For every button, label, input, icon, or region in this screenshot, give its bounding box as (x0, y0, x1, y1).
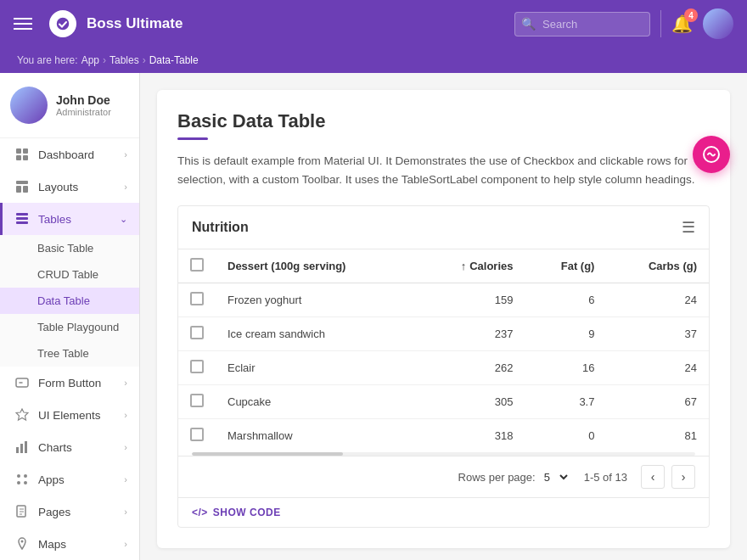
maps-label: Maps (38, 538, 66, 551)
th-fat[interactable]: Fat (g) (525, 249, 607, 283)
ui-elements-chevron: › (124, 410, 127, 420)
th-dessert[interactable]: Dessert (100g serving) (216, 249, 417, 283)
sidebar-item-table-playground[interactable]: Table Playgound (0, 314, 139, 340)
table-header: Nutrition ☰ (178, 206, 709, 249)
user-info: John Doe Administrator (56, 93, 111, 117)
breadcrumb-current: Data-Table (149, 54, 199, 66)
svg-point-18 (24, 481, 27, 484)
th-calories[interactable]: ↑ Calories (417, 249, 525, 283)
sidebar-item-form-button[interactable]: Form Button › (0, 367, 139, 399)
sidebar-item-dashboard[interactable]: Dashboard › (0, 138, 139, 171)
row-checkbox-2[interactable] (190, 360, 204, 373)
svg-rect-2 (23, 148, 28, 154)
row-checkbox-4[interactable] (190, 428, 204, 441)
row-fat-1: 9 (525, 317, 607, 351)
code-icon: </> (192, 507, 208, 518)
svg-rect-3 (16, 155, 21, 160)
breadcrumb-tables[interactable]: Tables (110, 54, 139, 66)
dashboard-icon (14, 147, 30, 162)
table-row[interactable]: Marshmallow 318 0 81 (178, 419, 709, 453)
row-checkbox-1[interactable] (190, 326, 204, 339)
table-row[interactable]: Cupcake 305 3.7 67 (178, 385, 709, 419)
th-carbs[interactable]: Carbs (g) (606, 249, 709, 283)
sidebar-item-tables[interactable]: Tables ⌄ (0, 203, 139, 235)
maps-chevron: › (124, 539, 127, 549)
table-body: Frozen yoghurt 159 6 24 Ice cream sandwi… (178, 283, 709, 453)
user-avatar-header[interactable] (703, 8, 733, 39)
breadcrumb-app[interactable]: App (81, 54, 99, 66)
rows-per-page-select[interactable]: 5 10 25 (541, 470, 570, 484)
search-icon: 🔍 (521, 17, 536, 31)
header-right: 🔍 🔔 4 (514, 8, 733, 39)
svg-rect-4 (23, 155, 28, 160)
svg-rect-12 (16, 447, 19, 453)
fab-button[interactable] (693, 136, 730, 173)
prev-page-button[interactable]: ‹ (641, 465, 665, 489)
tables-label: Tables (38, 213, 71, 226)
sidebar-item-layouts[interactable]: Layouts › (0, 171, 139, 203)
row-fat-0: 6 (525, 283, 607, 317)
top-header: Boss Ultimate 🔍 🔔 4 (0, 0, 747, 48)
charts-label: Charts (38, 441, 72, 454)
svg-rect-14 (25, 441, 27, 453)
rows-per-page-label: Rows per page: (458, 471, 536, 484)
filter-icon[interactable]: ☰ (682, 218, 695, 237)
charts-chevron: › (124, 442, 127, 452)
sidebar-item-pages[interactable]: Pages › (0, 496, 139, 528)
brand-name: Boss Ultimate (87, 15, 183, 32)
sidebar-item-data-table[interactable]: Data Table (0, 288, 139, 314)
row-carbs-1: 37 (606, 317, 709, 351)
th-checkbox (178, 249, 216, 283)
row-calories-3: 305 (417, 385, 525, 419)
sidebar-item-basic-table[interactable]: Basic Table (0, 235, 139, 261)
sidebar-item-ui-elements[interactable]: UI Elements › (0, 399, 139, 431)
ui-elements-icon (14, 407, 30, 423)
breadcrumb-prefix: You are here: (17, 54, 78, 66)
layouts-label: Layouts (38, 181, 78, 193)
user-name: John Doe (56, 93, 111, 107)
show-code-button[interactable]: </> SHOW CODE (178, 497, 709, 527)
sidebar-item-charts[interactable]: Charts › (0, 431, 139, 463)
row-carbs-0: 24 (606, 283, 709, 317)
sidebar-item-tree-table[interactable]: Tree Table (0, 340, 139, 367)
row-name-0: Frozen yoghurt (216, 283, 417, 317)
form-button-chevron: › (124, 378, 127, 388)
layouts-icon (14, 179, 30, 194)
row-name-3: Cupcake (216, 385, 417, 419)
notification-button[interactable]: 🔔 4 (671, 14, 693, 34)
svg-rect-6 (16, 186, 21, 193)
maps-icon (14, 536, 30, 552)
layout: John Doe Administrator Dashboard › (0, 73, 747, 560)
row-calories-4: 318 (417, 419, 525, 453)
next-page-button[interactable]: › (671, 465, 695, 489)
header-checkbox[interactable] (190, 258, 204, 272)
row-fat-2: 16 (525, 351, 607, 385)
table-row[interactable]: Frozen yoghurt 159 6 24 (178, 283, 709, 317)
rows-per-page: Rows per page: 5 10 25 (458, 470, 570, 484)
svg-point-17 (17, 481, 20, 484)
pages-chevron: › (124, 507, 127, 517)
page-title: Basic Data Table (177, 110, 710, 132)
table-header-row: Dessert (100g serving) ↑ Calories Fat (g… (178, 249, 709, 283)
table-row[interactable]: Ice cream sandwich 237 9 37 (178, 317, 709, 351)
sidebar-item-apps[interactable]: Apps › (0, 463, 139, 496)
sidebar-item-maps[interactable]: Maps › (0, 528, 139, 560)
charts-icon (14, 440, 30, 455)
svg-rect-1 (16, 148, 21, 154)
svg-point-20 (21, 540, 24, 543)
svg-point-0 (56, 17, 70, 31)
tables-subnav: Basic Table CRUD Table Data Table Table … (0, 235, 139, 367)
row-calories-1: 237 (417, 317, 525, 351)
nutrition-table-card: Nutrition ☰ Dessert (100g serving) (177, 205, 710, 528)
svg-rect-13 (20, 444, 23, 453)
hamburger-button[interactable] (14, 18, 32, 30)
sidebar-item-crud-table[interactable]: CRUD Table (0, 261, 139, 288)
svg-rect-8 (16, 213, 28, 216)
table-row[interactable]: Eclair 262 16 24 (178, 351, 709, 385)
row-checkbox-3[interactable] (190, 394, 204, 407)
form-button-label: Form Button (38, 377, 101, 389)
search-wrapper: 🔍 (514, 12, 650, 36)
row-checkbox-0[interactable] (190, 292, 204, 305)
apps-icon (14, 472, 30, 487)
user-profile: John Doe Administrator (0, 73, 139, 138)
